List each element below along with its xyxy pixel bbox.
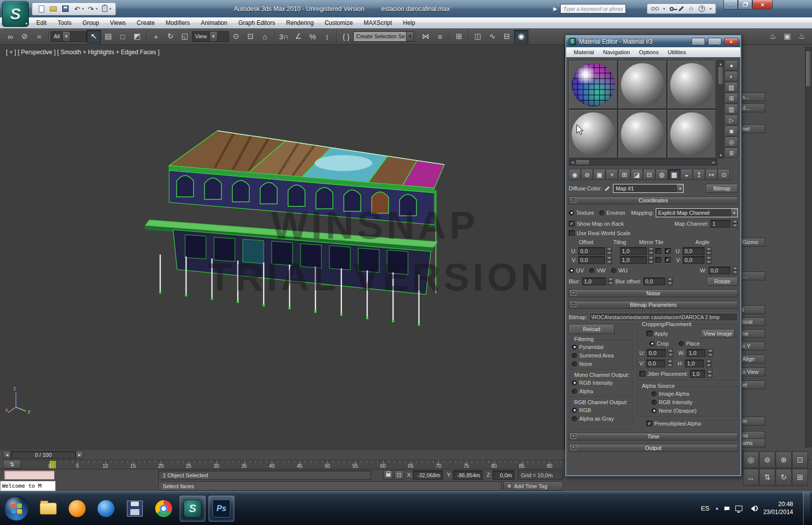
v-tiling-spinner[interactable]: ▲▼ <box>648 256 654 264</box>
edit-named-selection-sets-button[interactable]: { } <box>339 30 353 43</box>
subscription-key-icon[interactable] <box>670 7 674 11</box>
select-and-move-button[interactable]: + <box>149 30 163 43</box>
v-offset-spinner[interactable]: ▲▼ <box>607 256 612 264</box>
select-and-link-button[interactable]: ∞ <box>3 30 17 43</box>
crop-h-field[interactable]: 1,0 <box>685 359 704 367</box>
place-radio[interactable] <box>679 341 684 347</box>
assign-material-to-selection-icon[interactable]: ▣ <box>594 169 606 180</box>
maximize-viewport-toggle-button[interactable]: ⊞ <box>792 469 808 486</box>
select-object-button[interactable]: ↖ <box>87 30 101 43</box>
none-opaque-radio[interactable] <box>651 408 657 414</box>
make-preview-icon[interactable]: ▷ <box>725 115 738 125</box>
use-pivot-point-center-button[interactable]: ⊙ <box>229 30 243 43</box>
u-angle-spinner[interactable]: ▲▼ <box>706 247 711 255</box>
material-slot-4[interactable] <box>569 109 618 159</box>
v-offset-field[interactable]: 0,0 <box>578 256 605 264</box>
me-menu-navigation[interactable]: Navigation <box>599 49 634 55</box>
search-binoculars-icon[interactable] <box>651 7 659 10</box>
curve-editor-button[interactable]: ∿ <box>485 30 500 43</box>
crop-radio[interactable] <box>649 341 655 347</box>
percent-snap-toggle-button[interactable]: % <box>305 30 320 43</box>
material-slot-2[interactable] <box>618 60 667 109</box>
summed-area-radio[interactable] <box>572 353 577 358</box>
save-file-button[interactable] <box>60 4 70 14</box>
put-to-library-icon[interactable]: ⊟ <box>643 169 655 180</box>
start-button[interactable] <box>4 496 29 521</box>
menu-group[interactable]: Group <box>77 17 104 28</box>
pick-material-from-object-icon[interactable]: ⊙ <box>718 169 730 180</box>
viewport-label[interactable]: [ + ] [ Perspective ] [ Smooth + Highlig… <box>6 49 160 56</box>
eyedropper-icon[interactable] <box>604 185 610 192</box>
reload-button[interactable]: Reload <box>569 324 614 334</box>
rgb-radio[interactable] <box>572 408 577 413</box>
environ-radio[interactable] <box>599 210 605 216</box>
zoom-region-button[interactable]: ⊡ <box>792 451 808 468</box>
backlight-icon[interactable]: ◐ <box>725 71 738 82</box>
me-menu-material[interactable]: Material <box>569 49 599 55</box>
mapping-dropdown[interactable]: Explicit Map Channel▼ <box>656 208 738 217</box>
apply-checkbox[interactable]: ✓ <box>646 331 652 337</box>
y-coordinate-field[interactable]: -86,854m <box>453 470 483 480</box>
me-menu-utilities[interactable]: Utilities <box>663 49 691 55</box>
viewport-perspective[interactable]: [ + ] [ Perspective ] [ Smooth + Highlig… <box>0 45 565 450</box>
put-material-to-scene-icon[interactable]: ⊚ <box>581 169 593 180</box>
premultiplied-alpha-checkbox[interactable]: ✓ <box>646 421 652 427</box>
mirror-button[interactable]: ⋈ <box>418 30 433 43</box>
command-panel-button-fragment[interactable]: s... <box>738 92 765 101</box>
blur-offset-spinner[interactable]: ▲▼ <box>667 277 673 285</box>
show-map-on-back-checkbox[interactable]: ✓ <box>569 221 575 227</box>
menu-tools[interactable]: Tools <box>52 17 77 28</box>
u-tiling-field[interactable]: 1,0 <box>620 247 647 255</box>
command-panel-button-fragment[interactable]: t <box>738 305 765 314</box>
maxscript-mini-listener[interactable]: Welcome to M <box>0 481 56 491</box>
command-panel-button-fragment[interactable]: ne <box>738 329 765 338</box>
go-to-parent-icon[interactable]: ↥ <box>693 169 705 180</box>
v-mirror-checkbox[interactable]: ✓ <box>655 257 661 263</box>
wu-radio[interactable] <box>611 268 616 273</box>
pan-view-button[interactable]: ↔ <box>743 469 759 486</box>
use-real-world-scale-checkbox[interactable]: ✓ <box>569 230 575 236</box>
select-and-scale-button[interactable]: ◱ <box>178 30 192 43</box>
search-caret-icon[interactable]: ▾ <box>663 7 665 11</box>
jitter-spinner[interactable]: ▲▼ <box>707 370 712 378</box>
crop-v-field[interactable]: 0,0 <box>646 359 665 367</box>
menu-create[interactable]: Create <box>131 17 160 28</box>
show-map-in-viewport-icon[interactable]: ▦ <box>668 169 680 180</box>
zoom-extents-button[interactable]: ⊕ <box>776 451 792 468</box>
filtering-none-radio[interactable] <box>572 361 577 367</box>
blur-offset-field[interactable]: 0,0 <box>643 277 665 285</box>
make-unique-icon[interactable]: ◪ <box>631 169 643 180</box>
material-editor-options-icon[interactable]: ◙ <box>725 126 738 136</box>
help-icon[interactable]: ? <box>699 5 705 12</box>
taskbar-3dsmax-button[interactable]: S <box>180 496 205 522</box>
crop-u-field[interactable]: 0,0 <box>647 349 666 357</box>
menu-rendering[interactable]: Rendering <box>281 17 319 28</box>
v-tile-checkbox[interactable]: ✓ <box>665 257 671 263</box>
command-panel-button-fragment[interactable]: Gizmo <box>738 238 765 247</box>
make-material-copy-icon[interactable]: ⊞ <box>618 169 630 180</box>
view-image-button[interactable]: View Image <box>701 329 735 338</box>
named-selection-sets-dropdown[interactable]: Create Selection Se▼ <box>353 31 414 42</box>
window-crossing-toggle-button[interactable]: ◩ <box>130 30 144 43</box>
z-coordinate-field[interactable]: 0,0m <box>493 470 514 480</box>
v-angle-spinner[interactable]: ▲▼ <box>706 256 711 264</box>
render-setup-button[interactable]: ♨ <box>766 30 780 43</box>
mono-alpha-radio[interactable] <box>572 389 577 394</box>
taskbar-clock[interactable]: 20:48 23/01/2014 <box>763 501 793 516</box>
reference-coordinate-system-dropdown[interactable]: View▼ <box>192 31 229 42</box>
add-time-tag-button[interactable]: Add Time Tag <box>504 481 563 491</box>
w-angle-field[interactable]: 0,0 <box>709 266 730 274</box>
orbit-button[interactable]: ↻ <box>776 469 792 486</box>
rectangular-selection-region-button[interactable]: □ <box>115 30 130 43</box>
communication-pencil-icon[interactable] <box>678 6 684 11</box>
coordinates-rollout-header[interactable]: −Coordinates <box>569 196 738 204</box>
command-panel-button-fragment[interactable]: ... <box>738 271 765 280</box>
language-indicator[interactable]: ES <box>701 505 710 512</box>
command-panel-button-fragment[interactable]: et <box>738 380 765 389</box>
material-editor-titlebar[interactable]: S Material Editor - Material #3 — ❏ × <box>566 36 740 47</box>
select-and-rotate-button[interactable]: ↻ <box>163 30 178 43</box>
vw-radio[interactable] <box>589 268 595 273</box>
tray-overflow-icon[interactable]: ▲ <box>715 506 719 511</box>
next-frame-button[interactable]: ► <box>76 451 84 459</box>
v-angle-field[interactable]: 0,0 <box>683 256 705 264</box>
